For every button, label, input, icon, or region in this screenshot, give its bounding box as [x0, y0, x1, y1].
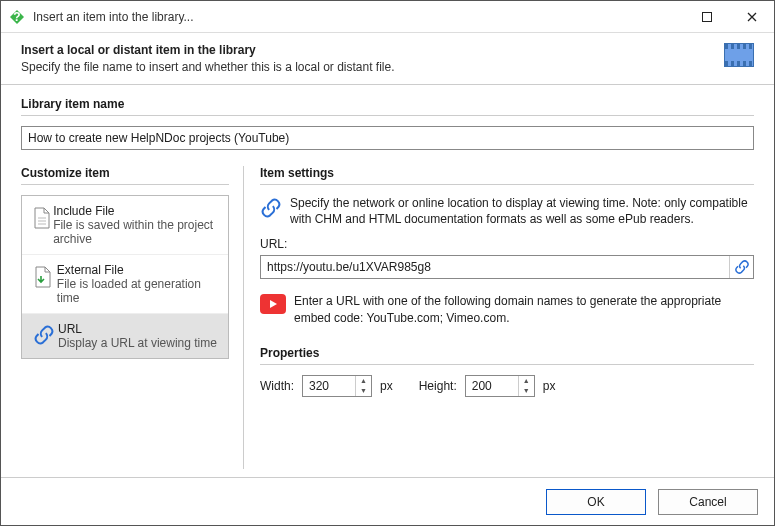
option-external-file[interactable]: External FileFile is loaded at generatio… [22, 255, 228, 314]
titlebar: ? Insert an item into the library... [1, 1, 774, 33]
embed-hint: Enter a URL with one of the following do… [294, 293, 754, 325]
file-download-icon [30, 263, 57, 305]
customize-list: Include FileFile is saved within the pro… [21, 195, 229, 359]
customize-label: Customize item [21, 166, 229, 185]
properties-label: Properties [260, 346, 754, 365]
header-title: Insert a local or distant item in the li… [21, 43, 724, 57]
app-icon: ? [9, 9, 25, 25]
svg-rect-2 [702, 12, 711, 21]
height-unit: px [543, 379, 556, 393]
cancel-button[interactable]: Cancel [658, 489, 758, 515]
svg-text:?: ? [13, 10, 20, 24]
close-button[interactable] [729, 1, 774, 32]
url-browse-button[interactable] [729, 256, 753, 278]
height-stepper[interactable]: ▲▼ [465, 375, 535, 397]
height-label: Height: [419, 379, 457, 393]
option-title: External File [57, 263, 220, 277]
url-label: URL: [260, 237, 754, 251]
height-up[interactable]: ▲ [519, 376, 534, 386]
dialog-window: ? Insert an item into the library... Ins… [0, 0, 775, 526]
movie-icon [724, 43, 754, 67]
width-stepper[interactable]: ▲▼ [302, 375, 372, 397]
header-subtitle: Specify the file name to insert and whet… [21, 60, 724, 74]
window-buttons [684, 1, 774, 32]
width-up[interactable]: ▲ [356, 376, 371, 386]
maximize-button[interactable] [684, 1, 729, 32]
option-url[interactable]: URLDisplay a URL at viewing time [22, 314, 228, 358]
file-icon [30, 204, 53, 246]
ok-button[interactable]: OK [546, 489, 646, 515]
width-input[interactable] [303, 377, 355, 395]
settings-description: Specify the network or online location t… [290, 195, 754, 227]
window-title: Insert an item into the library... [33, 10, 684, 24]
option-include-file[interactable]: Include FileFile is saved within the pro… [22, 196, 228, 255]
library-name-input[interactable] [21, 126, 754, 150]
settings-label: Item settings [260, 166, 754, 185]
url-field-row [260, 255, 754, 279]
width-down[interactable]: ▼ [356, 386, 371, 396]
dialog-footer: OK Cancel [1, 477, 774, 525]
link-icon [30, 322, 58, 350]
width-unit: px [380, 379, 393, 393]
option-desc: Display a URL at viewing time [58, 336, 217, 350]
library-name-label: Library item name [21, 97, 754, 116]
height-down[interactable]: ▼ [519, 386, 534, 396]
link-icon [260, 195, 290, 227]
dialog-header: Insert a local or distant item in the li… [1, 33, 774, 85]
option-title: Include File [53, 204, 220, 218]
option-title: URL [58, 322, 217, 336]
option-desc: File is saved within the project archive [53, 218, 220, 246]
option-desc: File is loaded at generation time [57, 277, 220, 305]
url-input[interactable] [261, 258, 729, 276]
youtube-icon [260, 294, 286, 314]
height-input[interactable] [466, 377, 518, 395]
width-label: Width: [260, 379, 294, 393]
